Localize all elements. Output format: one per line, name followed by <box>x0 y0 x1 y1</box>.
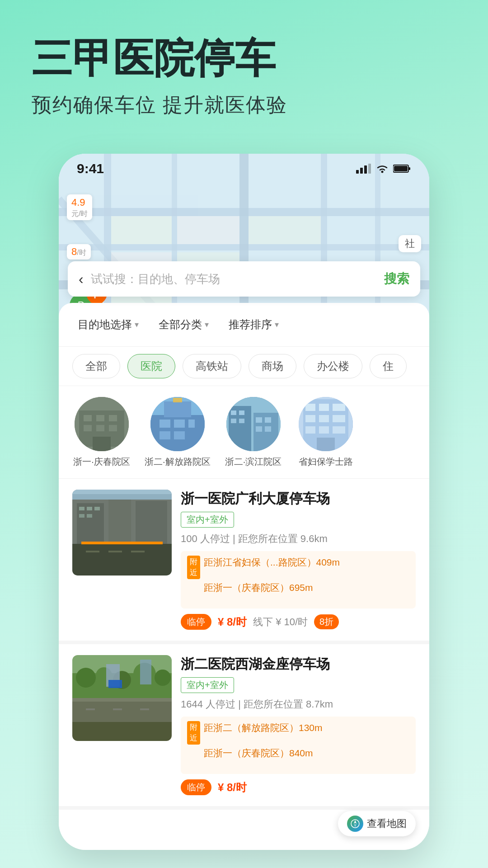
svg-rect-60 <box>305 415 315 422</box>
svg-rect-70 <box>108 494 131 544</box>
svg-rect-31 <box>84 425 92 431</box>
wifi-icon <box>376 164 389 174</box>
svg-rect-62 <box>333 415 345 422</box>
svg-rect-92 <box>140 660 151 684</box>
price-main-2: ¥ 8/时 <box>218 780 247 795</box>
svg-rect-96 <box>72 722 172 741</box>
svg-rect-97 <box>86 708 95 710</box>
content-panel: 目的地选择 ▾ 全部分类 ▾ 推荐排序 ▾ 全部 医院 高铁站 商场 办公楼 <box>59 303 429 850</box>
tab-mall[interactable]: 商场 <box>249 354 296 378</box>
nearby-row-3: 附近 距浙二（解放路院区）130m <box>187 721 409 745</box>
svg-rect-30 <box>109 415 117 421</box>
hospital-name-3: 浙二·滨江院区 <box>225 456 282 467</box>
svg-rect-52 <box>265 417 271 423</box>
svg-rect-65 <box>333 426 345 434</box>
filter-sort[interactable]: 推荐排序 ▾ <box>223 314 284 335</box>
svg-rect-49 <box>231 419 236 423</box>
battery-icon <box>393 164 411 174</box>
hospital-name-1: 浙一·庆春院区 <box>73 456 130 467</box>
parking-tag-2: 室内+室外 <box>181 677 234 693</box>
nearby-box-2: 附近 距浙二（解放路院区）130m 附近 距浙一（庆春院区）840m <box>181 717 416 774</box>
svg-rect-43 <box>173 398 182 402</box>
svg-rect-58 <box>319 404 329 411</box>
parking-item-1[interactable]: 浙一医院广利大厦停车场 室内+室外 100 人停过 | 距您所在位置 9.6km… <box>59 479 429 644</box>
svg-rect-13 <box>249 216 321 244</box>
tab-office[interactable]: 办公楼 <box>304 354 362 378</box>
svg-rect-99 <box>140 708 149 710</box>
svg-rect-37 <box>164 401 191 417</box>
svg-rect-57 <box>305 404 315 411</box>
filter-category[interactable]: 全部分类 ▾ <box>153 314 214 335</box>
hospital-circle-3 <box>226 397 281 451</box>
svg-rect-38 <box>160 420 170 428</box>
svg-marker-102 <box>354 824 357 827</box>
svg-rect-54 <box>265 426 271 432</box>
nearby-row-2: 附近 距浙一（庆春院区）695m <box>187 581 409 604</box>
svg-point-22 <box>381 171 384 173</box>
svg-rect-25 <box>394 166 408 171</box>
svg-rect-66 <box>317 438 335 451</box>
filter-row: 目的地选择 ▾ 全部分类 ▾ 推荐排序 ▾ <box>59 303 429 347</box>
price-row-2: 临停 ¥ 8/时 <box>181 779 416 795</box>
svg-rect-81 <box>131 551 145 552</box>
parking-name-2: 浙二医院西湖金座停车场 <box>181 655 416 673</box>
svg-rect-98 <box>113 708 122 710</box>
parking-item-2[interactable]: 浙二医院西湖金座停车场 室内+室外 1644 人停过 | 距您所在位置 8.7k… <box>59 644 429 810</box>
parking-name-1: 浙一医院广利大厦停车场 <box>181 490 416 507</box>
search-input[interactable]: 试试搜：目的地、停车场 <box>91 271 377 287</box>
svg-rect-34 <box>93 437 111 451</box>
parking-tag-1: 室内+室外 <box>181 512 234 528</box>
nearby-row-4: 附近 距浙一（庆春院区）840m <box>187 746 409 770</box>
price-type-1: 临停 <box>181 614 211 630</box>
parking-stats-1: 100 人停过 | 距您所在位置 9.6km <box>181 532 416 546</box>
svg-rect-24 <box>408 167 410 170</box>
social-badge: 社 <box>399 235 421 252</box>
nearby-box-1: 附近 距浙江省妇保（...路院区）409m 附近 距浙一（庆春院区）695m <box>181 551 416 609</box>
hero-section: 三甲医院停车 预约确保车位 提升就医体验 <box>0 0 488 137</box>
svg-rect-78 <box>81 542 163 544</box>
hospital-item-2[interactable]: 浙二·解放路院区 <box>145 397 211 467</box>
search-bar[interactable]: ‹ 试试搜：目的地、停车场 搜索 <box>68 261 420 297</box>
svg-rect-59 <box>333 404 345 411</box>
svg-rect-42 <box>174 431 185 439</box>
hospital-item-1[interactable]: 浙一·庆春院区 <box>72 397 131 467</box>
hospital-name-4: 省妇保学士路 <box>299 456 353 467</box>
tab-residential[interactable]: 住 <box>370 354 407 378</box>
tab-all[interactable]: 全部 <box>72 354 120 378</box>
hospital-name-2: 浙二·解放路院区 <box>145 456 211 467</box>
svg-rect-19 <box>360 168 363 174</box>
svg-rect-48 <box>239 410 244 415</box>
tab-hospital[interactable]: 医院 <box>127 354 175 378</box>
svg-rect-12 <box>177 216 239 244</box>
search-button[interactable]: 搜索 <box>384 270 409 288</box>
parking-list: 浙一医院广利大厦停车场 室内+室外 100 人停过 | 距您所在位置 9.6km… <box>59 479 429 810</box>
chevron-down-icon: ▾ <box>205 320 209 330</box>
map-view-button[interactable]: 查看地图 <box>338 811 416 836</box>
nearby-text-4: 距浙一（庆春院区）840m <box>204 746 313 760</box>
filter-destination[interactable]: 目的地选择 ▾ <box>72 314 144 335</box>
hospital-item-4[interactable]: 省妇保学士路 <box>296 397 355 467</box>
tab-railway[interactable]: 高铁站 <box>183 354 241 378</box>
svg-rect-63 <box>305 426 315 434</box>
svg-rect-74 <box>94 507 100 510</box>
chevron-down-icon: ▾ <box>275 320 279 330</box>
price-offline-1: 线下 ¥ 10/时 <box>253 615 308 629</box>
chevron-down-icon: ▾ <box>135 320 139 330</box>
back-button[interactable]: ‹ <box>79 271 84 288</box>
status-icons <box>356 164 411 174</box>
svg-rect-47 <box>231 410 236 415</box>
svg-rect-51 <box>256 417 262 423</box>
svg-rect-28 <box>84 415 92 421</box>
svg-rect-32 <box>96 425 104 431</box>
hospital-item-3[interactable]: 浙二·滨江院区 <box>224 397 283 467</box>
svg-rect-61 <box>319 415 329 422</box>
svg-rect-73 <box>87 507 92 510</box>
hero-subtitle: 预约确保车位 提升就医体验 <box>32 92 456 118</box>
price-type-2: 临停 <box>181 779 211 795</box>
nearby-text-1: 距浙江省妇保（...路院区）409m <box>204 556 340 569</box>
parking-info-1: 浙一医院广利大厦停车场 室内+室外 100 人停过 | 距您所在位置 9.6km… <box>181 490 416 630</box>
category-tabs: 全部 医院 高铁站 商场 办公楼 住 <box>59 347 429 386</box>
svg-rect-75 <box>79 514 84 518</box>
map-view-label: 查看地图 <box>367 817 407 830</box>
nearby-text-2: 距浙一（庆春院区）695m <box>204 581 313 594</box>
